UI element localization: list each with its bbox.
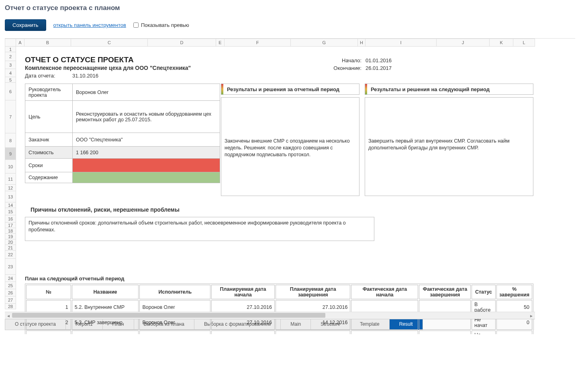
- preview-checkbox[interactable]: [133, 22, 139, 28]
- row-header[interactable]: 14: [5, 202, 16, 208]
- report-date-label: Дата отчета:: [25, 73, 55, 79]
- table-column-header: % завершения: [496, 285, 532, 299]
- info-label: Содержание: [25, 172, 73, 183]
- plan-table: №НазваниеИсполнительПланируемая дата нач…: [25, 284, 533, 334]
- info-label: Цель: [25, 101, 73, 133]
- row-header[interactable]: 10: [5, 160, 16, 174]
- start-label: Начало:: [333, 57, 361, 63]
- row-header[interactable]: 27: [5, 296, 16, 304]
- info-value[interactable]: ООО "Спецтехника": [73, 133, 220, 146]
- sheet-corner[interactable]: [5, 39, 16, 47]
- row-header[interactable]: 5: [5, 77, 16, 83]
- results-period-body: Закончены внешние СМР с опозданием на не…: [221, 97, 359, 196]
- table-cell[interactable]: Жуков Андрей: [139, 331, 210, 334]
- row-header[interactable]: 2: [5, 52, 16, 61]
- row-header[interactable]: 11: [5, 174, 16, 185]
- row-header[interactable]: 25: [5, 282, 16, 289]
- info-value[interactable]: Реконструировать и оснастить новым обору…: [73, 101, 220, 133]
- row-header[interactable]: 16: [5, 215, 16, 223]
- scrollbar-thumb[interactable]: [12, 313, 325, 318]
- row-header[interactable]: 1: [5, 47, 16, 52]
- column-header[interactable]: K: [490, 39, 513, 47]
- toolbar: Сохранить открыть панель инструментов По…: [5, 19, 575, 31]
- row-header[interactable]: 4: [5, 69, 16, 77]
- save-button[interactable]: Сохранить: [5, 19, 46, 31]
- results-next-body: Завершить первый этап внутренних СМР. Со…: [365, 97, 533, 196]
- start-value: 01.01.2016: [366, 57, 392, 63]
- column-header[interactable]: A: [16, 39, 25, 47]
- deviations-body: Причины отклонений сроков: дополнительны…: [25, 217, 374, 241]
- panel2-body: Завершить первый этап внутренних СМР. Со…: [365, 98, 533, 154]
- table-column-header: Статус: [472, 285, 496, 299]
- info-value[interactable]: Воронов Олег: [73, 84, 220, 100]
- table-column-header: Исполнитель: [139, 285, 210, 299]
- results-next-panel: Результаты и решения на следующий период: [365, 84, 533, 95]
- column-header[interactable]: C: [71, 39, 148, 47]
- row-header[interactable]: 6: [5, 83, 16, 100]
- panel1-body: Закончены внешние СМР с опозданием на не…: [221, 98, 359, 161]
- column-header[interactable]: F: [225, 39, 291, 47]
- horizontal-scrollbar[interactable]: ◄ ►: [5, 312, 535, 319]
- table-cell[interactable]: 27.10.2016: [211, 331, 275, 334]
- row-header[interactable]: 21: [5, 245, 16, 251]
- table-column-header: Фактическая дата завершения: [419, 285, 471, 299]
- table-column-header: №: [26, 285, 71, 299]
- end-label: Окончание:: [325, 65, 361, 71]
- row-header[interactable]: 12: [5, 185, 16, 191]
- row-header[interactable]: 17: [5, 223, 16, 228]
- preview-checkbox-wrap[interactable]: Показывать превью: [133, 22, 189, 28]
- info-value[interactable]: 1 166 200: [73, 147, 220, 158]
- table-cell[interactable]: [351, 331, 418, 334]
- info-value[interactable]: [73, 159, 220, 172]
- results-period-panel: Результаты и решения за отчетный период: [221, 84, 359, 95]
- column-header[interactable]: D: [148, 39, 216, 47]
- row-header[interactable]: 3: [5, 61, 16, 69]
- column-header[interactable]: H: [358, 39, 366, 47]
- scroll-right-icon[interactable]: ►: [528, 312, 535, 319]
- column-header[interactable]: J: [437, 39, 490, 47]
- column-header[interactable]: I: [366, 39, 437, 47]
- end-value: 26.01.2017: [366, 65, 392, 71]
- row-header[interactable]: 26: [5, 289, 16, 296]
- row-header[interactable]: 24: [5, 275, 16, 282]
- row-header[interactable]: 22: [5, 251, 16, 259]
- plan-title: План на следующий отчетный период: [25, 276, 124, 282]
- row-header[interactable]: 13: [5, 191, 16, 202]
- status-bar: [73, 172, 220, 183]
- info-label: Сроки: [25, 159, 73, 172]
- row-header[interactable]: 8: [5, 133, 16, 148]
- table-cell[interactable]: Не начат: [472, 331, 496, 334]
- row-header[interactable]: 28: [5, 304, 16, 309]
- table-cell[interactable]: [419, 331, 471, 334]
- panel1-title: Результаты и решения за отчетный период: [221, 84, 359, 95]
- info-value[interactable]: [73, 172, 220, 183]
- scroll-left-icon[interactable]: ◄: [5, 312, 12, 319]
- table-cell[interactable]: 3: [26, 331, 71, 334]
- row-header[interactable]: 9: [5, 148, 16, 160]
- deviations-title: Причины отклонений, риски, нерешенные пр…: [31, 206, 180, 213]
- column-header[interactable]: L: [513, 39, 535, 47]
- table-cell[interactable]: 0: [496, 331, 532, 334]
- info-label: Заказчик: [25, 133, 73, 146]
- table-column-header: Фактическая дата начала: [351, 285, 418, 299]
- table-row[interactable]: 36. ПНРЖуков Андрей27.10.201609.11.2016Н…: [26, 331, 532, 334]
- table-cell[interactable]: 09.11.2016: [276, 331, 351, 334]
- preview-label: Показывать превью: [141, 22, 189, 28]
- report-subtitle: Комплексное переоснащение цеха для ООО "…: [25, 65, 191, 71]
- row-header[interactable]: 7: [5, 100, 16, 133]
- table-cell[interactable]: 6. ПНР: [72, 331, 139, 334]
- row-header[interactable]: 19: [5, 234, 16, 239]
- column-header[interactable]: E: [216, 39, 225, 47]
- panel2-title: Результаты и решения на следующий период: [365, 84, 533, 95]
- info-label: Стоимость: [25, 147, 73, 158]
- column-header[interactable]: B: [25, 39, 71, 47]
- row-header[interactable]: 23: [5, 259, 16, 275]
- row-header[interactable]: 18: [5, 228, 16, 234]
- info-table: Руководитель проектаВоронов ОлегЦельРеко…: [25, 84, 220, 183]
- column-header[interactable]: G: [291, 39, 358, 47]
- row-header[interactable]: 15: [5, 208, 16, 215]
- table-column-header: Планируемая дата начала: [211, 285, 275, 299]
- row-header[interactable]: 20: [5, 239, 16, 245]
- report-date-value: 31.10.2016: [72, 73, 98, 79]
- open-toolbar-link[interactable]: открыть панель инструментов: [53, 22, 126, 28]
